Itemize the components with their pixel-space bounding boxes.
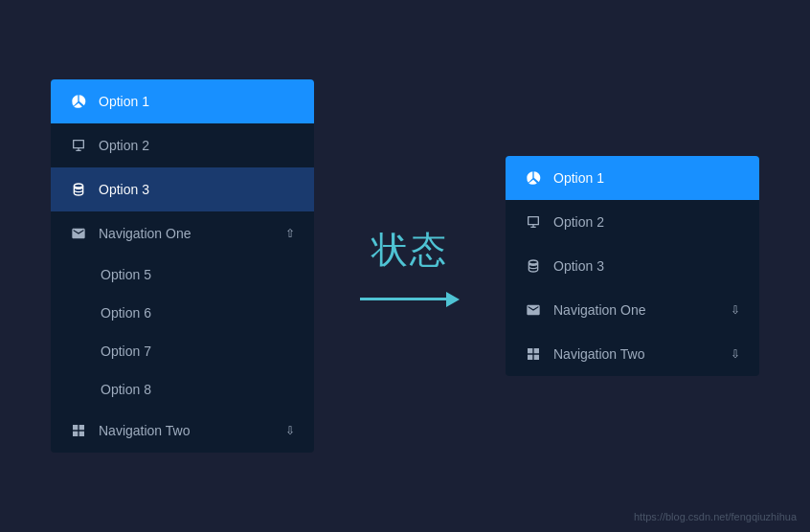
left-sub-option6[interactable]: Option 6: [51, 294, 314, 332]
left-sub-option5[interactable]: Option 5: [51, 255, 314, 294]
right-menu-panel: Option 1 Option 2 Option 3: [506, 156, 759, 376]
grid-icon-right: [525, 345, 542, 363]
left-option1-label: Option 1: [99, 94, 295, 109]
database-icon-right: [525, 257, 542, 275]
right-option1-label: Option 1: [553, 170, 740, 186]
chevron-down-icon-left: ⇩: [285, 424, 295, 437]
mail-icon-right: [525, 301, 542, 319]
left-menu-item-option2[interactable]: Option 2: [51, 123, 314, 167]
left-sub-option8-label: Option 8: [101, 382, 151, 397]
right-menu-item-option3[interactable]: Option 3: [506, 244, 759, 288]
chevron-up-icon: ⇧: [285, 227, 295, 240]
mail-icon: [70, 225, 87, 242]
right-arrow: [360, 292, 460, 307]
page-container: Option 1 Option 2 Option 3: [0, 0, 810, 532]
middle-area: 状态: [314, 226, 506, 307]
left-sub-option6-label: Option 6: [101, 305, 151, 321]
left-nav2-label: Navigation Two: [99, 423, 274, 438]
chevron-down-icon-right-nav2: ⇩: [731, 347, 740, 361]
left-option3-label: Option 3: [99, 182, 295, 197]
left-menu-item-nav1[interactable]: Navigation One ⇧: [51, 211, 314, 255]
left-menu-item-option3[interactable]: Option 3: [51, 167, 314, 211]
right-option3-label: Option 3: [553, 258, 740, 274]
right-option2-label: Option 2: [553, 214, 740, 230]
left-sub-option8[interactable]: Option 8: [51, 370, 314, 409]
watermark: https://blog.csdn.net/fengqiuzhihua: [634, 511, 797, 522]
right-nav2-label: Navigation Two: [553, 346, 719, 362]
arrow-head: [446, 292, 460, 307]
right-menu-item-nav2[interactable]: Navigation Two ⇩: [506, 332, 759, 376]
left-menu-item-nav2[interactable]: Navigation Two ⇩: [51, 409, 314, 453]
right-menu-item-option1[interactable]: Option 1: [506, 156, 759, 200]
right-menu-item-nav1[interactable]: Navigation One ⇩: [506, 288, 759, 332]
chevron-down-icon-right-nav1: ⇩: [731, 303, 740, 317]
left-nav1-label: Navigation One: [99, 226, 274, 241]
right-menu-item-option2[interactable]: Option 2: [506, 200, 759, 244]
left-sub-option5-label: Option 5: [101, 267, 151, 282]
pie-chart-icon: [70, 93, 87, 110]
grid-icon-left: [70, 422, 87, 439]
monitor-icon: [70, 137, 87, 154]
left-option2-label: Option 2: [99, 138, 295, 153]
monitor-icon-right: [525, 213, 542, 231]
left-menu-item-option1[interactable]: Option 1: [51, 79, 314, 123]
database-icon: [70, 181, 87, 198]
left-sub-option7[interactable]: Option 7: [51, 332, 314, 370]
pie-chart-icon-right: [525, 169, 542, 187]
left-sub-option7-label: Option 7: [101, 344, 151, 359]
right-nav1-label: Navigation One: [553, 302, 719, 318]
chinese-label: 状态: [371, 226, 448, 275]
arrow-line: [360, 298, 446, 300]
left-menu-panel: Option 1 Option 2 Option 3: [51, 79, 314, 453]
